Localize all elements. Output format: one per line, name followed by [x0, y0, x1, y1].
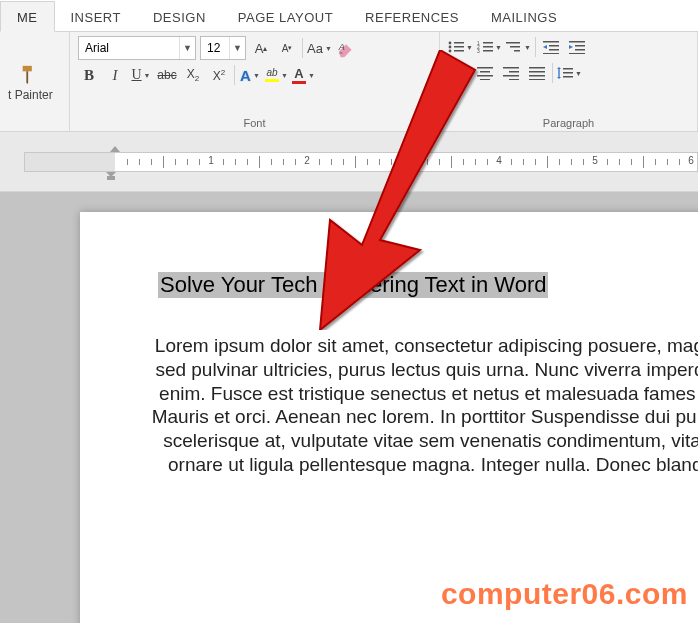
- svg-rect-13: [506, 42, 520, 44]
- ruler-number: 4: [496, 155, 502, 166]
- document-canvas: Solve Your Tech Centering Text in Word L…: [0, 192, 698, 623]
- svg-rect-32: [503, 67, 519, 69]
- strikethrough-icon: abc: [157, 68, 176, 82]
- svg-rect-15: [514, 50, 520, 52]
- change-case-button[interactable]: Aa▼: [307, 37, 332, 59]
- svg-rect-4: [454, 46, 464, 48]
- svg-rect-17: [549, 45, 559, 47]
- ribbon: t Painter ▼ ▼ A▴ A▾ Aa▼ A: [0, 32, 698, 132]
- superscript-button[interactable]: X2: [208, 64, 230, 86]
- numbering-button[interactable]: 123▼: [477, 36, 502, 58]
- highlight-button[interactable]: ab ▼: [265, 64, 288, 86]
- svg-rect-18: [549, 49, 559, 51]
- horizontal-ruler[interactable]: 123456: [24, 152, 698, 172]
- svg-rect-22: [575, 49, 585, 51]
- svg-text:A: A: [338, 42, 345, 52]
- eraser-icon: A: [336, 37, 358, 59]
- line-spacing-icon: [557, 66, 573, 80]
- tab-insert[interactable]: INSERT: [55, 2, 137, 31]
- tab-design[interactable]: DESIGN: [137, 2, 222, 31]
- multilevel-list-button[interactable]: ▼: [506, 36, 531, 58]
- grow-font-button[interactable]: A▴: [250, 37, 272, 59]
- align-left-icon: [451, 66, 467, 80]
- strikethrough-button[interactable]: abc: [156, 64, 178, 86]
- align-left-button[interactable]: [448, 62, 470, 84]
- vertical-ruler[interactable]: [0, 132, 24, 191]
- svg-rect-26: [451, 75, 467, 77]
- svg-rect-38: [529, 75, 545, 77]
- font-name-input[interactable]: [79, 37, 179, 59]
- grow-font-icon: A: [255, 41, 264, 56]
- svg-rect-10: [483, 46, 493, 48]
- ruler-number: 6: [688, 155, 694, 166]
- svg-rect-31: [480, 79, 490, 80]
- first-line-indent-marker[interactable]: [110, 146, 120, 152]
- tab-references[interactable]: REFERENCES: [349, 2, 475, 31]
- ruler-number: 5: [592, 155, 598, 166]
- font-name-combo[interactable]: ▼: [78, 36, 196, 60]
- justify-icon: [529, 66, 545, 80]
- clear-formatting-button[interactable]: A: [336, 37, 358, 59]
- shrink-font-button[interactable]: A▾: [276, 37, 298, 59]
- document-heading-selected[interactable]: Solve Your Tech Centering Text in Word: [158, 272, 548, 298]
- line-spacing-button[interactable]: ▼: [557, 62, 582, 84]
- group-font-label: Font ◢: [78, 115, 431, 129]
- group-clipboard: t Painter: [0, 32, 70, 131]
- ruler-number: 1: [208, 155, 214, 166]
- font-color-icon: A: [292, 67, 306, 84]
- paintbrush-icon: [19, 64, 41, 86]
- text-effects-button[interactable]: A▼: [239, 64, 261, 86]
- svg-rect-41: [563, 68, 573, 70]
- bold-button[interactable]: B: [78, 64, 100, 86]
- svg-rect-21: [575, 45, 585, 47]
- svg-rect-6: [454, 50, 464, 52]
- svg-rect-20: [569, 41, 585, 43]
- format-painter-label: t Painter: [8, 88, 53, 102]
- italic-button[interactable]: I: [104, 64, 126, 86]
- chevron-down-icon[interactable]: ▼: [229, 37, 245, 59]
- shrink-font-icon: A: [282, 43, 289, 54]
- group-paragraph-label: Paragraph: [448, 115, 689, 129]
- page[interactable]: Solve Your Tech Centering Text in Word L…: [80, 212, 698, 623]
- svg-point-1: [449, 42, 452, 45]
- document-body-text[interactable]: Lorem ipsum dolor sit amet, consectetur …: [140, 334, 698, 477]
- svg-point-5: [449, 50, 452, 53]
- font-size-combo[interactable]: ▼: [200, 36, 246, 60]
- format-painter-button[interactable]: t Painter: [8, 64, 53, 102]
- tab-page-layout[interactable]: PAGE LAYOUT: [222, 2, 349, 31]
- svg-rect-24: [451, 67, 467, 69]
- underline-button[interactable]: U▼: [130, 64, 152, 86]
- highlight-icon: ab: [265, 68, 279, 82]
- svg-rect-12: [483, 50, 493, 52]
- dialog-launcher-icon[interactable]: ◢: [421, 115, 435, 129]
- svg-rect-8: [483, 42, 493, 44]
- italic-icon: I: [113, 67, 118, 84]
- align-center-button[interactable]: [474, 62, 496, 84]
- align-right-button[interactable]: [500, 62, 522, 84]
- bullets-button[interactable]: ▼: [448, 36, 473, 58]
- font-color-button[interactable]: A ▼: [292, 64, 315, 86]
- svg-rect-25: [451, 71, 461, 73]
- svg-rect-42: [563, 72, 573, 74]
- subscript-button[interactable]: X2: [182, 64, 204, 86]
- ribbon-tabstrip: ME INSERT DESIGN PAGE LAYOUT REFERENCES …: [0, 0, 698, 32]
- subscript-icon: X2: [187, 67, 199, 83]
- justify-button[interactable]: [526, 62, 548, 84]
- tab-home[interactable]: ME: [0, 1, 55, 32]
- svg-rect-27: [451, 79, 461, 80]
- chevron-down-icon[interactable]: ▼: [179, 37, 195, 59]
- svg-rect-2: [454, 42, 464, 44]
- align-center-icon: [477, 66, 493, 80]
- svg-point-3: [449, 46, 452, 49]
- ruler-number: 3: [400, 155, 406, 166]
- increase-indent-button[interactable]: [566, 36, 588, 58]
- svg-rect-35: [509, 79, 519, 80]
- text-effects-icon: A: [240, 67, 251, 84]
- svg-rect-33: [509, 71, 519, 73]
- tab-mailings[interactable]: MAILINGS: [475, 2, 573, 31]
- underline-icon: U: [131, 67, 141, 83]
- svg-rect-39: [529, 79, 545, 80]
- hanging-indent-marker[interactable]: [106, 172, 116, 180]
- decrease-indent-button[interactable]: [540, 36, 562, 58]
- font-size-input[interactable]: [201, 37, 229, 59]
